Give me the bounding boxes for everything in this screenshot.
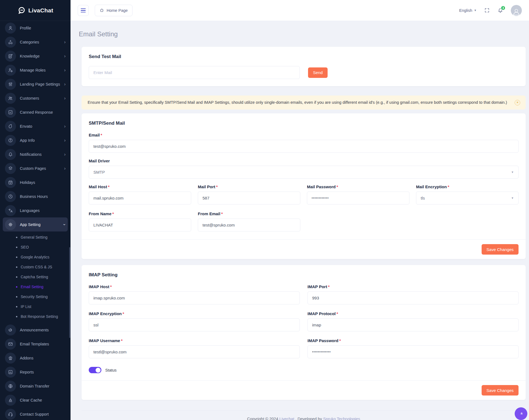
imap-protocol-field[interactable] [307,318,519,331]
status-row: Status [89,367,519,373]
send-button[interactable]: Send [308,67,328,78]
required-marker: * [448,184,449,189]
imap-encryption-field[interactable] [89,318,300,331]
imap-card: IMAP Setting IMAP Host* IMAP Port* IMAP … [82,265,526,400]
menu-toggle-button[interactable] [78,5,89,16]
imap-port-field[interactable] [307,291,519,304]
fullscreen-button[interactable] [484,7,490,13]
required-marker: * [336,311,338,316]
send-test-mail-card: Send Test Mail Send [82,47,526,86]
sidebar-item-reports[interactable]: Reports [0,365,71,379]
notification-badge: 3 [501,6,506,10]
mail-password-field-group: Mail Password* [307,184,409,204]
bullet-icon [16,247,17,248]
submenu-item-custom-css-js[interactable]: Custom CSS & JS [0,262,71,272]
email-field-group: Email* [89,133,519,153]
sidebar-item-languages[interactable]: Languages [0,203,71,217]
status-toggle[interactable] [89,367,101,373]
mail-host-field[interactable] [89,192,191,204]
submenu-item-ip-list[interactable]: IP List [0,302,71,312]
sliders-icon [5,79,16,90]
chevron-down-icon: ▼ [474,9,477,12]
test-mail-input[interactable] [89,66,300,79]
field-label: From Name [89,211,112,216]
save-changes-button[interactable]: Save Changes [482,385,519,396]
from-name-field[interactable] [89,219,191,231]
chevron-right-icon: › [64,40,66,44]
chevron-down-icon: ▼ [511,197,514,200]
sidebar-item-addons[interactable]: Addons [0,351,71,365]
sidebar-item-landing-page-settings[interactable]: Landing Page Settings› [0,77,71,91]
sidebar-item-manage-roles[interactable]: Manage Roles› [0,63,71,77]
required-marker: * [336,184,338,189]
imap-card-footer: Save Changes [82,380,526,400]
sidebar-scrollbar[interactable] [69,247,70,338]
submenu-item-captcha-setting[interactable]: Captcha Setting [0,272,71,282]
livechat-link[interactable]: Livechat [279,417,294,420]
mail-encryption-select[interactable]: tls ▼ [416,192,519,204]
submenu-item-google-analytics[interactable]: Google Analytics [0,252,71,262]
notifications-button[interactable]: 3 [497,7,503,13]
sidebar-item-notifications[interactable]: Notifications› [0,147,71,161]
sidebar-item-domain-transfer[interactable]: Domain Transfer [0,379,71,393]
card-title: IMAP Setting [89,272,519,278]
field-label: Mail Driver [89,159,110,163]
sidebar-item-clear-cache[interactable]: Clear Cache [0,393,71,407]
submenu-item-security-setting[interactable]: Security Setting [0,292,71,302]
sidebar-item-app-setting[interactable]: App Setting› [3,217,68,231]
translate-icon [5,205,16,216]
sidebar-header: LivaChat [0,0,71,21]
sidebar-item-contact-support[interactable]: Contact Support [0,407,71,420]
home-page-button[interactable]: Home Page [95,5,133,16]
email-field[interactable] [89,140,519,153]
bullet-icon [16,276,17,278]
sidebar-item-knowledge[interactable]: Knowledge› [0,49,71,63]
save-changes-button[interactable]: Save Changes [482,244,519,255]
headset-icon [5,409,16,420]
scroll-to-top-button[interactable]: » [515,407,527,420]
chevron-right-icon: › [64,138,66,143]
sidebar-item-business-hours[interactable]: Business Hours [0,189,71,203]
submenu-item-bot-response-setting[interactable]: Bot Response Setting [0,312,71,321]
sidebar-item-email-templates[interactable]: Email Templates [0,337,71,351]
submenu-item-seo[interactable]: SEO [0,242,71,252]
chart-icon [5,367,16,378]
field-label: IMAP Protocol [307,311,336,316]
from-email-field[interactable] [198,219,300,231]
language-selector[interactable]: English ▼ [459,8,477,13]
envato-leaf-icon [5,121,16,132]
mail-password-field[interactable] [307,192,409,204]
submenu-item-general-setting[interactable]: General Setting [0,232,71,242]
from-name-field-group: From Name* [89,211,191,231]
field-label: IMAP Host [89,284,109,289]
chevron-right-icon: › [64,124,66,129]
sidebar-item-custom-pages[interactable]: Custom Pages› [0,161,71,175]
imap-password-field-group: IMAP Password* [307,338,519,358]
required-marker: * [110,284,112,289]
sidebar-item-customers[interactable]: Customers› [0,91,71,105]
sidebar-item-holidays[interactable]: Holidays [0,175,71,189]
sidebar-item-canned-response[interactable]: Canned Response [0,105,71,119]
imap-port-field-group: IMAP Port* [307,284,519,304]
info-icon [5,135,16,146]
topbar-right: English ▼ 3 [459,5,522,16]
field-label: Mail Password [307,184,336,189]
sidebar-item-profile[interactable]: Profile [0,21,71,35]
imap-password-field[interactable] [307,345,519,358]
submenu-item-email-setting[interactable]: Email Setting [0,282,71,292]
chevron-down-icon: › [62,224,66,225]
imap-host-field[interactable] [89,291,300,304]
imap-username-field[interactable] [89,345,300,358]
user-avatar[interactable] [511,5,522,16]
spruko-link[interactable]: Spruko Technologies [323,417,360,420]
sidebar-item-categories[interactable]: Categories› [0,35,71,49]
required-marker: * [216,184,218,189]
mail-port-field[interactable] [198,192,300,204]
sidebar-item-announcements[interactable]: Announcements [0,323,71,337]
close-icon[interactable]: ✕ [515,100,520,105]
sidebar-item-app-info[interactable]: App Info› [0,133,71,147]
sidebar-item-envato[interactable]: Envato› [0,119,71,133]
chevron-right-icon: › [64,152,66,157]
gear-icon [5,219,16,230]
mail-driver-select[interactable]: SMTP ▼ [89,166,519,179]
